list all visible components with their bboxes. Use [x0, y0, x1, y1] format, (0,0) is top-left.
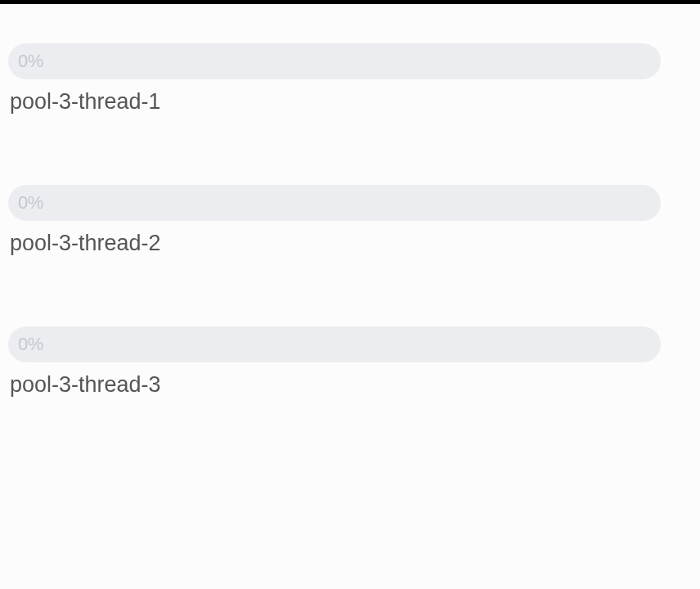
thread-name-label: pool-3-thread-1 [8, 89, 692, 115]
thread-name-label: pool-3-thread-3 [8, 372, 692, 398]
thread-name-label: pool-3-thread-2 [8, 231, 692, 256]
thread-list: 0% pool-3-thread-1 0% pool-3-thread-2 0%… [0, 4, 700, 398]
thread-item: 0% pool-3-thread-1 [8, 43, 692, 115]
progress-percent-label: 0% [18, 192, 43, 214]
progress-percent-label: 0% [18, 334, 43, 355]
thread-item: 0% pool-3-thread-3 [8, 326, 692, 398]
progress-bar: 0% [8, 326, 661, 362]
progress-percent-label: 0% [18, 51, 43, 72]
progress-bar: 0% [8, 185, 661, 221]
progress-bar: 0% [8, 43, 661, 79]
thread-item: 0% pool-3-thread-2 [8, 185, 692, 256]
